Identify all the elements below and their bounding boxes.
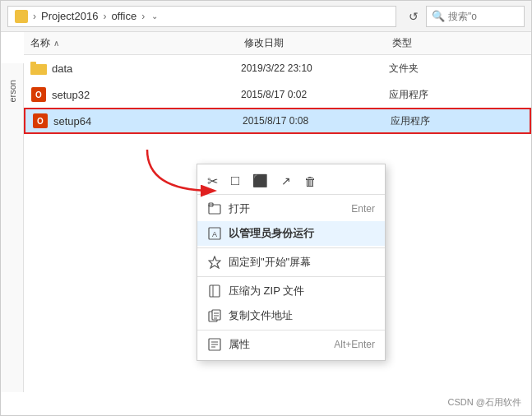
context-menu: ✂ □ ⬛ ↗ 🗑 打开 Enter bbox=[197, 164, 386, 361]
ctx-item-runas[interactable]: A 以管理员身份运行 bbox=[197, 221, 385, 246]
ctx-open-label: 打开 bbox=[229, 201, 250, 216]
ctx-divider-2 bbox=[197, 276, 385, 277]
ctx-pin-icon bbox=[207, 255, 222, 270]
col-date-header[interactable]: 修改日期 bbox=[244, 36, 392, 50]
ctx-runas-label: 以管理员身份运行 bbox=[229, 226, 314, 241]
svg-rect-10 bbox=[210, 285, 220, 297]
explorer-window: › Project2016 › office › ⌄ ↺ 🔍 erson 名称 bbox=[0, 0, 532, 416]
office-icon-setup64: O bbox=[32, 113, 49, 129]
sort-arrow: ∧ bbox=[53, 39, 59, 48]
file-row-setup32[interactable]: O setup32 2015/8/17 0:02 应用程序 bbox=[24, 81, 531, 108]
ctx-icon-cut[interactable]: ✂ bbox=[207, 173, 218, 189]
ctx-divider-1 bbox=[197, 247, 385, 248]
ctx-icon-copy[interactable]: □ bbox=[231, 173, 239, 189]
col-type-header[interactable]: 类型 bbox=[392, 36, 491, 50]
filedate-setup32: 2015/8/17 0:02 bbox=[241, 89, 389, 100]
ctx-properties-icon bbox=[207, 337, 222, 352]
svg-rect-3 bbox=[30, 62, 36, 66]
ctx-runas-icon: A bbox=[207, 226, 222, 241]
ctx-open-icon bbox=[207, 201, 222, 216]
search-icon: 🔍 bbox=[432, 10, 445, 22]
column-headers: 名称 ∧ 修改日期 类型 bbox=[24, 32, 531, 55]
search-box[interactable]: 🔍 bbox=[426, 6, 525, 27]
ctx-divider-3 bbox=[197, 330, 385, 330]
filetype-setup64: 应用程序 bbox=[391, 114, 489, 128]
ctx-icon-delete[interactable]: 🗑 bbox=[304, 174, 317, 188]
filedate-setup64: 2015/8/17 0:08 bbox=[243, 115, 391, 127]
folder-icon-data bbox=[30, 60, 47, 76]
filetype-setup32: 应用程序 bbox=[389, 88, 488, 102]
watermark: CSDN @石用软件 bbox=[448, 396, 521, 409]
filename-setup64: setup64 bbox=[53, 115, 243, 127]
filedate-data: 2019/3/22 23:10 bbox=[241, 62, 389, 74]
breadcrumb-folder-icon bbox=[15, 10, 28, 23]
ctx-item-pin[interactable]: 固定到"开始"屏幕 bbox=[197, 250, 385, 275]
ctx-icon-share[interactable]: ↗ bbox=[281, 174, 291, 187]
filename-data: data bbox=[52, 62, 241, 75]
svg-rect-1 bbox=[16, 12, 20, 15]
ctx-zip-icon bbox=[207, 284, 222, 298]
search-input[interactable] bbox=[448, 11, 514, 22]
address-bar: › Project2016 › office › ⌄ ↺ 🔍 bbox=[1, 1, 531, 32]
context-menu-toolbar: ✂ □ ⬛ ↗ 🗑 bbox=[197, 168, 385, 195]
breadcrumb-office[interactable]: office bbox=[111, 10, 136, 22]
breadcrumb-sep-1: › bbox=[33, 11, 36, 22]
file-row-data[interactable]: data 2019/3/22 23:10 文件夹 bbox=[24, 55, 531, 81]
breadcrumb-project2016[interactable]: Project2016 bbox=[41, 10, 98, 22]
ctx-item-zip[interactable]: 压缩为 ZIP 文件 bbox=[197, 279, 385, 303]
filetype-data: 文件夹 bbox=[389, 62, 488, 76]
svg-marker-9 bbox=[209, 257, 220, 268]
ctx-copypath-icon bbox=[207, 308, 222, 323]
ctx-icon-paste[interactable]: ⬛ bbox=[252, 173, 268, 188]
ctx-properties-shortcut: Alt+Enter bbox=[334, 339, 375, 350]
ctx-item-copypath[interactable]: 复制文件地址 bbox=[197, 303, 385, 328]
sidebar: erson bbox=[1, 63, 24, 392]
ctx-item-open[interactable]: 打开 Enter bbox=[197, 196, 385, 221]
office-icon-setup32: O bbox=[30, 86, 47, 103]
address-controls: ↺ bbox=[405, 7, 423, 25]
sidebar-label: erson bbox=[7, 80, 17, 103]
ctx-open-shortcut: Enter bbox=[351, 203, 375, 215]
ctx-properties-label: 属性 bbox=[229, 337, 250, 352]
ctx-item-properties[interactable]: 属性 Alt+Enter bbox=[197, 332, 385, 357]
breadcrumb-sep-3: › bbox=[141, 11, 145, 22]
breadcrumb[interactable]: › Project2016 › office › ⌄ bbox=[7, 6, 396, 27]
ctx-pin-label: 固定到"开始"屏幕 bbox=[229, 255, 311, 270]
ctx-copypath-label: 复制文件地址 bbox=[229, 308, 293, 323]
breadcrumb-dropdown[interactable]: ⌄ bbox=[151, 12, 158, 21]
refresh-button[interactable]: ↺ bbox=[405, 7, 423, 25]
svg-text:A: A bbox=[212, 230, 217, 238]
breadcrumb-sep-2: › bbox=[103, 11, 106, 22]
filename-setup32: setup32 bbox=[52, 89, 241, 101]
file-row-setup64[interactable]: O setup64 2015/8/17 0:08 应用程序 bbox=[24, 108, 531, 134]
ctx-zip-label: 压缩为 ZIP 文件 bbox=[229, 284, 304, 298]
col-name-header[interactable]: 名称 ∧ bbox=[30, 36, 244, 50]
